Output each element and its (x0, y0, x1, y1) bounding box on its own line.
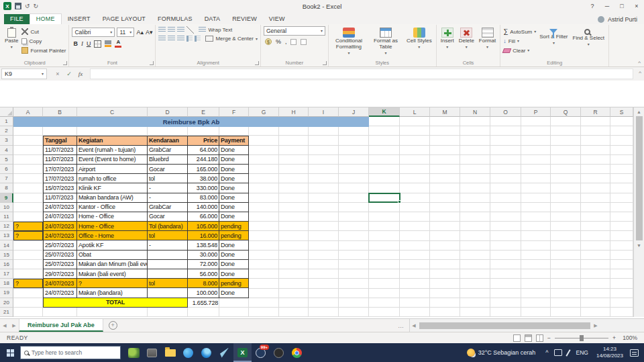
row-header-16[interactable]: 16 (0, 260, 13, 269)
scroll-right-icon[interactable]: ▶ (592, 319, 600, 332)
price-cell[interactable]: 140.000 (188, 203, 219, 212)
price-cell[interactable]: 16.000 (188, 231, 219, 240)
flag-cell[interactable] (13, 203, 43, 212)
underline-button[interactable]: U (87, 41, 91, 47)
help-button[interactable]: ? (585, 0, 600, 12)
undo-icon[interactable]: ↺ (25, 3, 30, 9)
kegiatan-cell[interactable]: Airport (77, 165, 148, 174)
percent-format-icon[interactable]: % (276, 38, 281, 45)
taskbar-camera-app-icon[interactable] (143, 343, 161, 362)
taskbar-dark-app-icon[interactable] (270, 343, 288, 362)
kegiatan-cell[interactable]: Event (rumah - tujuan) (77, 146, 148, 155)
tanggal-cell[interactable]: 25/07/2023 (43, 240, 77, 250)
kendaraan-cell[interactable]: GrabCar (148, 203, 188, 212)
kendaraan-cell[interactable]: - (148, 183, 188, 193)
flag-cell[interactable] (13, 260, 43, 269)
tanggal-cell[interactable]: 15/07/2023 (43, 183, 77, 193)
price-cell[interactable]: 38.000 (188, 174, 219, 183)
sheet-nav-right-icon[interactable]: ▶ (9, 323, 19, 328)
ribbon-tab-insert[interactable]: INSERT (62, 14, 97, 24)
paste-button[interactable]: Paste ▾ (3, 26, 19, 50)
tanggal-cell[interactable]: 17/07/2023 (43, 174, 77, 183)
align-left-icon[interactable] (158, 36, 166, 42)
increase-decimal-icon[interactable] (290, 39, 297, 45)
price-cell[interactable]: 105.000 (188, 222, 219, 231)
formula-input[interactable] (90, 69, 633, 79)
align-top-icon[interactable] (158, 27, 166, 33)
kegiatan-cell[interactable]: rumah to office (77, 174, 148, 183)
flag-cell[interactable] (13, 240, 43, 250)
column-header-Q[interactable]: Q (551, 107, 581, 117)
kendaraan-cell[interactable]: GrabCar (148, 146, 188, 155)
price-cell[interactable]: 64.000 (188, 146, 219, 155)
find-select-button[interactable]: Find & Select ▾ (572, 26, 606, 47)
decrease-decimal-icon[interactable] (301, 39, 307, 45)
tanggal-cell[interactable]: 24/07/2023 (43, 212, 77, 222)
flag-cell[interactable] (13, 269, 43, 279)
align-center-icon[interactable] (168, 36, 175, 42)
ribbon-tab-review[interactable]: REVIEW (226, 14, 263, 24)
zoom-slider[interactable] (555, 338, 608, 338)
row-header-8[interactable]: 8 (0, 183, 13, 193)
scroll-up-icon[interactable]: ▲ (637, 107, 641, 116)
kendaraan-cell[interactable] (148, 288, 188, 298)
tanggal-cell[interactable]: 24/07/2023 (43, 279, 77, 288)
accounting-format-icon[interactable]: $ (265, 38, 272, 45)
cancel-entry-button[interactable]: × (52, 69, 63, 79)
page-layout-view-icon[interactable] (525, 334, 532, 342)
ribbon-tab-formulas[interactable]: FORMULAS (152, 14, 199, 24)
tanggal-cell[interactable]: 11/07/2023 (43, 155, 77, 165)
insert-function-button[interactable]: fx (75, 69, 86, 79)
name-box[interactable]: K9 ▾ (1, 69, 47, 79)
tab-overflow-icon[interactable]: … (392, 322, 409, 329)
row-header-20[interactable]: 20 (0, 298, 13, 308)
confirm-entry-button[interactable]: ✓ (64, 69, 74, 79)
select-all-button[interactable] (0, 107, 13, 117)
flag-cell[interactable]: ? (13, 279, 43, 288)
kegiatan-cell[interactable]: Home - Office (77, 212, 148, 222)
kegiatan-cell[interactable]: Makan (bali event) (77, 269, 148, 279)
flag-cell[interactable] (13, 193, 43, 203)
row-header-21[interactable]: 21 (0, 308, 13, 317)
decrease-indent-icon[interactable] (186, 36, 193, 42)
total-value-cell[interactable]: 1.655.728 (188, 298, 219, 308)
wrap-text-button[interactable]: Wrap Text (199, 27, 232, 33)
conditional-formatting-button[interactable]: Conditional Formatting ▾ (331, 26, 366, 56)
row-header-12[interactable]: 12 (0, 222, 13, 231)
header-tanggal[interactable]: Tanggal (43, 136, 77, 145)
price-cell[interactable]: 30.000 (188, 251, 219, 260)
format-cells-button[interactable]: Format ▾ (478, 26, 497, 50)
payment-cell[interactable]: Done (219, 260, 249, 269)
action-center-icon[interactable] (630, 349, 639, 357)
price-cell[interactable]: 165.000 (188, 165, 219, 174)
tanggal-cell[interactable]: 11/07/2023 (43, 193, 77, 203)
row-header-3[interactable]: 3 (0, 136, 13, 145)
payment-cell[interactable]: Done (219, 212, 249, 222)
tanggal-cell[interactable]: 25/07/2023 (43, 251, 77, 260)
row-header-19[interactable]: 19 (0, 288, 13, 298)
column-header-J[interactable]: J (339, 107, 369, 117)
payment-cell[interactable]: Done (219, 251, 249, 260)
cell-A3[interactable] (13, 136, 43, 145)
column-header-O[interactable]: O (490, 107, 521, 117)
kegiatan-cell[interactable]: Obat (77, 251, 148, 260)
formula-bar-collapse-icon[interactable]: ^ (639, 70, 641, 76)
column-header-I[interactable]: I (309, 107, 339, 117)
kegiatan-cell[interactable]: Makan dan Minum (bali event) (77, 260, 148, 269)
dialog-launcher-icon[interactable] (323, 61, 327, 65)
horizontal-scrollbar-thumb[interactable] (419, 322, 590, 329)
zoom-slider-thumb[interactable] (580, 335, 584, 341)
column-header-L[interactable]: L (400, 107, 430, 117)
cell-A20[interactable] (13, 298, 43, 308)
column-header-R[interactable]: R (581, 107, 610, 117)
payment-cell[interactable]: Done (219, 155, 249, 165)
clear-button[interactable]: Clear▾ (503, 46, 536, 54)
taskbar-feather-app-icon[interactable] (215, 343, 233, 362)
selected-cell-K9[interactable] (368, 193, 400, 203)
align-bottom-icon[interactable] (177, 27, 184, 33)
kendaraan-cell[interactable]: - (148, 240, 188, 250)
horizontal-scrollbar[interactable]: ◀ ▶ (409, 319, 644, 332)
row-header-15[interactable]: 15 (0, 251, 13, 260)
kendaraan-cell[interactable]: Gocar (148, 165, 188, 174)
merge-center-button[interactable]: Merge & Center▾ (205, 36, 257, 42)
